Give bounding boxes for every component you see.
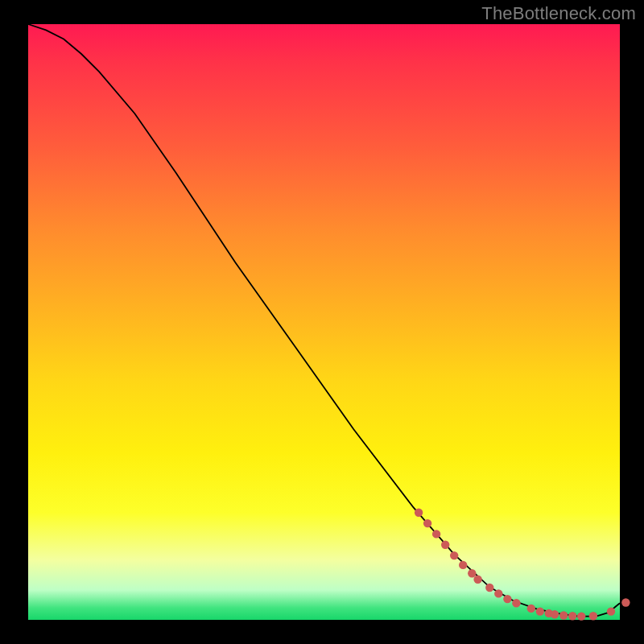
data-point bbox=[441, 541, 449, 549]
bottleneck-curve bbox=[28, 24, 620, 617]
data-point bbox=[527, 605, 535, 613]
data-point bbox=[415, 509, 423, 517]
chart-frame: TheBottleneck.com bbox=[0, 0, 644, 644]
data-point bbox=[494, 589, 502, 597]
data-point bbox=[568, 612, 576, 620]
curve-layer bbox=[28, 24, 620, 620]
data-point bbox=[551, 610, 559, 618]
data-point bbox=[559, 611, 568, 619]
plot-area bbox=[28, 24, 620, 620]
data-point bbox=[423, 519, 431, 527]
data-point bbox=[459, 561, 467, 569]
data-point bbox=[536, 607, 544, 615]
data-point bbox=[577, 612, 585, 620]
data-point bbox=[468, 569, 476, 577]
data-point bbox=[589, 612, 597, 620]
data-point bbox=[450, 551, 458, 559]
data-point bbox=[621, 598, 630, 606]
data-point bbox=[485, 584, 493, 592]
data-point bbox=[503, 595, 511, 603]
data-point bbox=[512, 599, 520, 607]
watermark-text: TheBottleneck.com bbox=[481, 3, 636, 24]
data-point bbox=[607, 607, 615, 615]
data-point bbox=[473, 576, 481, 584]
data-point bbox=[432, 530, 440, 538]
